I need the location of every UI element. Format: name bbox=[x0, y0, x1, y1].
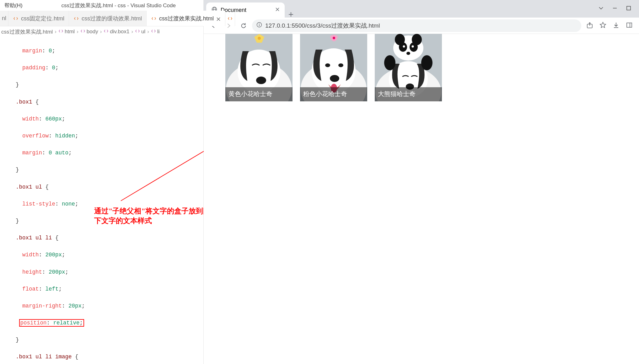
tag-icon bbox=[58, 29, 63, 35]
close-icon[interactable] bbox=[275, 7, 280, 13]
info-icon[interactable] bbox=[256, 22, 262, 29]
svg-point-43 bbox=[403, 46, 405, 48]
reload-button[interactable] bbox=[237, 19, 250, 32]
gallery-card: 大熊猫哈士奇 bbox=[375, 34, 442, 101]
tab-0[interactable]: nl bbox=[0, 11, 8, 26]
tab-4[interactable] bbox=[225, 11, 235, 26]
tab-2[interactable]: css过渡的缓动效果.html bbox=[69, 11, 147, 26]
tab-label: css过渡效果实战.html bbox=[159, 15, 214, 22]
browser-window: Document 127.0.0.1:5500/css/3/css过渡效果实战.… bbox=[204, 0, 639, 364]
svg-point-44 bbox=[412, 46, 414, 48]
share-icon[interactable] bbox=[586, 22, 593, 30]
vscode-titlebar: 帮助(H) css过渡效果实战.html - css - Visual Stud… bbox=[0, 0, 203, 11]
vscode-window: 帮助(H) css过渡效果实战.html - css - Visual Stud… bbox=[0, 0, 204, 364]
sidepanel-icon[interactable] bbox=[626, 22, 633, 30]
gallery-card: 粉色小花哈士奇 bbox=[300, 34, 367, 101]
menu-help[interactable]: 帮助(H) bbox=[0, 2, 27, 9]
tab-label: nl bbox=[2, 15, 6, 22]
svg-point-45 bbox=[406, 52, 410, 55]
gallery-card: 黄色小花哈士奇 bbox=[225, 34, 293, 101]
address-bar: 127.0.0.1:5500/css/3/css过渡效果实战.html bbox=[204, 18, 639, 34]
svg-point-24 bbox=[256, 77, 266, 84]
svg-point-30 bbox=[338, 63, 343, 67]
svg-rect-11 bbox=[627, 6, 631, 10]
maximize-icon[interactable] bbox=[626, 5, 631, 12]
tab-3-active[interactable]: css过渡效果实战.html bbox=[147, 11, 225, 26]
minimize-icon[interactable] bbox=[612, 5, 618, 12]
crumb-file[interactable]: css过渡效果实战.html bbox=[1, 28, 53, 35]
svg-point-42 bbox=[410, 42, 418, 52]
browser-tabstrip: Document bbox=[204, 0, 639, 18]
crumb-li[interactable]: li bbox=[151, 29, 160, 35]
chevron-down-icon[interactable] bbox=[598, 5, 604, 12]
html-file-icon bbox=[151, 16, 157, 21]
card-caption: 大熊猫哈士奇 bbox=[375, 87, 442, 101]
svg-point-46 bbox=[384, 55, 395, 70]
tab-1[interactable]: css固定定位.html bbox=[8, 11, 69, 26]
svg-rect-19 bbox=[627, 23, 632, 27]
html-file-icon bbox=[73, 16, 79, 21]
crumb-html[interactable]: html bbox=[58, 29, 75, 35]
svg-point-13 bbox=[259, 24, 260, 24]
crumb-ul[interactable]: ul bbox=[135, 29, 145, 35]
url-text: 127.0.0.1:5500/css/3/css过渡效果实战.html bbox=[265, 22, 380, 30]
card-caption: 粉色小花哈士奇 bbox=[300, 87, 367, 101]
tab-label: css过渡的缓动效果.html bbox=[82, 15, 142, 22]
window-controls bbox=[598, 0, 639, 18]
html-file-icon bbox=[13, 16, 19, 21]
breadcrumbs[interactable]: css过渡效果实战.html › html › body › div.box1 … bbox=[0, 26, 203, 37]
tab-label: css固定定位.html bbox=[21, 15, 64, 22]
window-title: css过渡效果实战.html - css - Visual Studio Cod… bbox=[27, 2, 203, 9]
crumb-body[interactable]: body bbox=[80, 29, 98, 35]
close-icon[interactable] bbox=[216, 16, 221, 21]
download-icon[interactable] bbox=[613, 22, 620, 30]
tag-icon bbox=[151, 29, 156, 35]
tag-icon bbox=[104, 29, 109, 35]
html-file-icon bbox=[227, 16, 233, 21]
code-editor[interactable]: margin: 0; padding: 0; } .box1 { width: … bbox=[0, 37, 203, 364]
new-tab-button[interactable] bbox=[285, 11, 297, 18]
editor-tabstrip: nl css固定定位.html css过渡的缓动效果.html css过渡效果实… bbox=[0, 11, 203, 26]
url-input[interactable]: 127.0.0.1:5500/css/3/css过渡效果实战.html bbox=[252, 19, 581, 32]
svg-point-31 bbox=[330, 75, 339, 82]
svg-point-47 bbox=[421, 55, 432, 70]
star-icon[interactable] bbox=[599, 22, 606, 30]
crumb-div[interactable]: div.box1 bbox=[104, 29, 129, 35]
tag-icon bbox=[80, 29, 85, 35]
svg-point-29 bbox=[325, 63, 330, 67]
card-caption: 黄色小花哈士奇 bbox=[225, 87, 293, 101]
gallery: 黄色小花哈士奇 粉色小花哈士奇 bbox=[225, 34, 442, 101]
page-content: 黄色小花哈士奇 粉色小花哈士奇 bbox=[204, 34, 639, 364]
tag-icon bbox=[135, 29, 140, 35]
svg-point-25 bbox=[258, 37, 261, 40]
svg-point-41 bbox=[399, 42, 407, 52]
svg-point-33 bbox=[333, 37, 335, 39]
